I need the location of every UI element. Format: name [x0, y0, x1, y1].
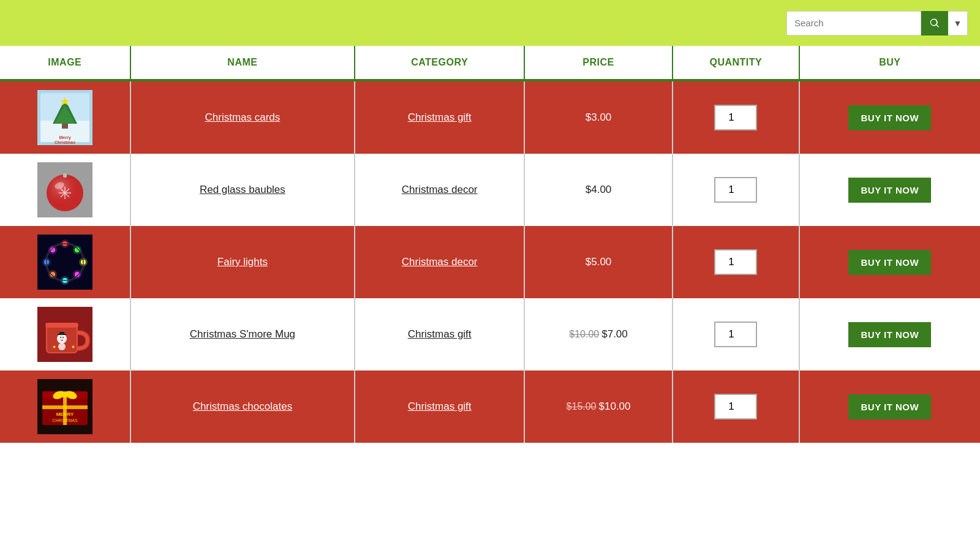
buy-now-button[interactable]: BUY IT NOW: [848, 322, 931, 347]
sale-price: $7.00: [601, 328, 628, 340]
product-buy-cell: BUY IT NOW: [799, 154, 980, 226]
quantity-input[interactable]: [714, 322, 757, 347]
category-link[interactable]: Christmas decor: [402, 256, 478, 268]
product-image-cell: MERRY CHRISTMAS: [0, 371, 130, 443]
product-name-cell: Christmas chocolates: [130, 371, 355, 443]
col-header-image: IMAGE: [0, 46, 130, 80]
product-table-wrapper: IMAGE NAME CATEGORY PRICE QUANTITY BUY M…: [0, 46, 980, 443]
category-link[interactable]: Christmas gift: [408, 401, 472, 412]
category-link[interactable]: Christmas gift: [408, 328, 472, 340]
col-header-quantity: QUANTITY: [673, 46, 799, 80]
svg-point-43: [60, 337, 61, 338]
product-price-cell: $4.00: [524, 154, 673, 226]
svg-point-41: [57, 334, 67, 344]
svg-point-33: [48, 270, 57, 279]
product-image-cell: ★ ★: [0, 298, 130, 371]
product-quantity-cell: [673, 154, 799, 226]
product-image: [37, 235, 92, 290]
category-link[interactable]: Christmas gift: [408, 111, 472, 123]
header: ▼: [0, 0, 980, 46]
svg-point-56: [62, 392, 68, 398]
product-price-cell: $5.00: [524, 226, 673, 298]
product-category-cell: Christmas gift: [355, 80, 524, 154]
product-quantity-cell: [673, 371, 799, 443]
svg-rect-53: [42, 405, 88, 409]
product-name-cell: Christmas S'more Mug: [130, 298, 355, 371]
product-image-cell: Merry Christmas: [0, 80, 130, 154]
product-image-cell: [0, 226, 130, 298]
svg-rect-17: [63, 173, 67, 178]
product-image: [37, 162, 92, 217]
search-container: ▼: [786, 11, 968, 36]
product-image: ★ ★: [37, 307, 92, 362]
svg-text:Christmas: Christmas: [55, 140, 75, 145]
svg-point-42: [58, 343, 66, 350]
product-price-cell: $10.00$7.00: [524, 298, 673, 371]
product-name-cell: Red glass baubles: [130, 154, 355, 226]
product-price: $4.00: [586, 184, 612, 195]
product-buy-cell: BUY IT NOW: [799, 226, 980, 298]
product-name-link[interactable]: Christmas chocolates: [193, 401, 293, 412]
product-name-link[interactable]: Christmas cards: [205, 111, 280, 123]
svg-point-35: [48, 246, 57, 254]
quantity-input[interactable]: [714, 394, 757, 419]
svg-text:★: ★: [52, 344, 56, 350]
product-name-cell: Christmas cards: [130, 80, 355, 154]
product-quantity-cell: [673, 226, 799, 298]
svg-point-29: [73, 246, 81, 254]
table-row: MERRY CHRISTMAS Christmas chocolatesChri…: [0, 371, 980, 443]
search-icon: [929, 18, 940, 29]
buy-now-button[interactable]: BUY IT NOW: [848, 250, 931, 275]
product-name-cell: Fairy lights: [130, 226, 355, 298]
col-header-buy: BUY: [799, 46, 980, 80]
product-name-link[interactable]: Christmas S'more Mug: [190, 328, 295, 340]
svg-rect-5: [62, 124, 68, 129]
product-image-cell: [0, 154, 130, 226]
product-buy-cell: BUY IT NOW: [799, 371, 980, 443]
svg-rect-40: [45, 323, 78, 328]
product-image: MERRY CHRISTMAS: [37, 379, 92, 434]
product-buy-cell: BUY IT NOW: [799, 80, 980, 154]
product-name-link[interactable]: Fairy lights: [217, 256, 268, 268]
svg-point-31: [73, 270, 81, 279]
quantity-input[interactable]: [714, 177, 757, 203]
sale-price: $10.00: [599, 401, 631, 412]
product-quantity-cell: [673, 298, 799, 371]
buy-now-button[interactable]: BUY IT NOW: [848, 178, 931, 203]
table-row: Red glass baublesChristmas decor$4.00BUY…: [0, 154, 980, 226]
svg-point-44: [62, 337, 64, 338]
quantity-input[interactable]: [714, 249, 757, 275]
table-row: Fairy lightsChristmas decor$5.00BUY IT N…: [0, 226, 980, 298]
chevron-down-icon: ▼: [954, 18, 962, 28]
col-header-price: PRICE: [524, 46, 673, 80]
col-header-name: NAME: [130, 46, 355, 80]
svg-text:CHRISTMAS: CHRISTMAS: [52, 418, 78, 423]
product-name-link[interactable]: Red glass baubles: [200, 184, 285, 195]
svg-text:MERRY: MERRY: [56, 412, 74, 417]
product-category-cell: Christmas gift: [355, 371, 524, 443]
product-category-cell: Christmas decor: [355, 226, 524, 298]
product-price-cell: $15.00$10.00: [524, 371, 673, 443]
buy-now-button[interactable]: BUY IT NOW: [848, 394, 931, 419]
product-buy-cell: BUY IT NOW: [799, 298, 980, 371]
table-header-row: IMAGE NAME CATEGORY PRICE QUANTITY BUY: [0, 46, 980, 80]
search-button[interactable]: [921, 11, 948, 36]
product-image: Merry Christmas: [37, 90, 92, 145]
product-category-cell: Christmas gift: [355, 298, 524, 371]
col-header-category: CATEGORY: [355, 46, 524, 80]
product-quantity-cell: [673, 80, 799, 154]
search-input[interactable]: [786, 11, 921, 36]
buy-now-button[interactable]: BUY IT NOW: [848, 105, 931, 130]
search-dropdown-button[interactable]: ▼: [948, 11, 968, 36]
original-price: $15.00: [567, 401, 597, 412]
table-row: ★ ★ Christmas S'more MugChristmas gift$1…: [0, 298, 980, 371]
category-link[interactable]: Christmas decor: [402, 184, 478, 195]
product-price: $3.00: [586, 111, 612, 123]
svg-text:Merry: Merry: [59, 135, 70, 140]
original-price: $10.00: [569, 329, 599, 339]
product-table: IMAGE NAME CATEGORY PRICE QUANTITY BUY M…: [0, 46, 980, 443]
quantity-input[interactable]: [714, 105, 757, 130]
svg-rect-46: [58, 334, 66, 335]
product-price: $5.00: [586, 256, 612, 268]
table-row: Merry Christmas Christmas cardsChristmas…: [0, 80, 980, 154]
